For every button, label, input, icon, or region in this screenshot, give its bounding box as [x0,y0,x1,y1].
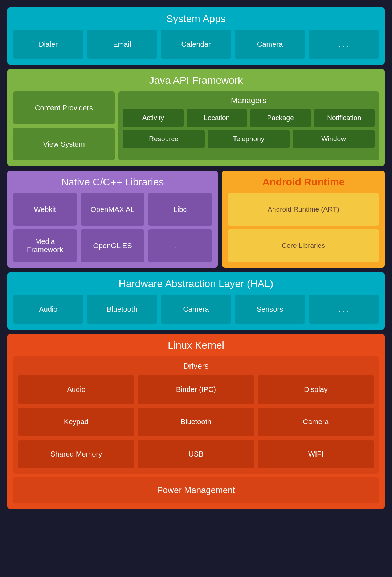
drivers-title: Drivers [18,361,374,371]
native-libs-title: Native C/C++ Libraries [13,176,212,188]
list-item: Core Libraries [228,229,379,262]
native-libs-grid: Webkit OpenMAX AL Libc Media Framework O… [13,193,212,262]
managers-row-2: Resource Telephony Window [123,130,375,148]
list-item: Media Framework [13,229,77,262]
list-item: USB [138,440,254,468]
list-item: Notification [314,109,375,127]
list-item: Binder (IPC) [138,375,254,404]
linux-kernel-layer: Linux Kernel Drivers Audio Binder (IPC) … [7,334,385,509]
list-item: Email [87,30,158,59]
list-item: Camera [235,30,305,59]
architecture-diagram: System Apps Dialer Email Calendar Camera… [7,7,385,509]
managers-row-1: Activity Location Package Notification [123,109,375,127]
list-item: WIFI [258,440,374,468]
list-item: Resource [123,130,205,148]
android-runtime-layer: Android Runtime Android Runtime (ART) Co… [222,171,385,268]
power-management: Power Management [13,477,379,503]
drivers-grid: Audio Binder (IPC) Display Keypad Blueto… [18,375,374,468]
managers-grid: Activity Location Package Notification R… [123,109,375,148]
list-item: Telephony [208,130,290,148]
hal-layer: Hardware Abstraction Layer (HAL) Audio B… [7,272,385,330]
java-api-title: Java API Framework [13,75,379,86]
list-item: . . . [309,295,379,324]
java-api-inner: Content Providers View System Managers A… [13,91,379,160]
android-runtime-items: Android Runtime (ART) Core Libraries [228,193,379,262]
list-item: . . . [309,30,379,59]
native-libs-layer: Native C/C++ Libraries Webkit OpenMAX AL… [7,171,218,268]
list-item: Bluetooth [87,295,158,324]
list-item: Audio [13,295,83,324]
list-item: Display [258,375,374,404]
list-item: View System [13,128,115,160]
list-item: Camera [258,408,374,436]
list-item: OpenMAX AL [81,193,144,226]
list-item: Audio [18,375,134,404]
list-item: . . . [148,229,212,262]
java-api-layer: Java API Framework Content Providers Vie… [7,69,385,166]
java-api-managers: Managers Activity Location Package Notif… [118,91,379,160]
drivers-section: Drivers Audio Binder (IPC) Display Keypa… [13,356,379,474]
list-item: Camera [161,295,231,324]
list-item: Activity [123,109,184,127]
system-apps-items: Dialer Email Calendar Camera . . . [13,30,379,59]
android-runtime-title: Android Runtime [228,176,379,188]
linux-kernel-title: Linux Kernel [13,340,379,351]
list-item: Window [293,130,375,148]
list-item: Sensors [235,295,305,324]
managers-title: Managers [123,96,375,105]
middle-row: Native C/C++ Libraries Webkit OpenMAX AL… [7,171,385,268]
list-item: OpenGL ES [81,229,144,262]
list-item: Libc [148,193,212,226]
list-item: Shared Memory [18,440,134,468]
list-item: Package [250,109,311,127]
list-item: Webkit [13,193,77,226]
system-apps-layer: System Apps Dialer Email Calendar Camera… [7,7,385,65]
list-item: Android Runtime (ART) [228,193,379,226]
list-item: Content Providers [13,91,115,124]
list-item: Dialer [13,30,83,59]
list-item: Keypad [18,408,134,436]
java-api-left: Content Providers View System [13,91,115,160]
list-item: Calendar [161,30,231,59]
system-apps-title: System Apps [13,13,379,25]
hal-title: Hardware Abstraction Layer (HAL) [13,278,379,290]
list-item: Location [187,109,248,127]
hal-items: Audio Bluetooth Camera Sensors . . . [13,295,379,324]
list-item: Bluetooth [138,408,254,436]
